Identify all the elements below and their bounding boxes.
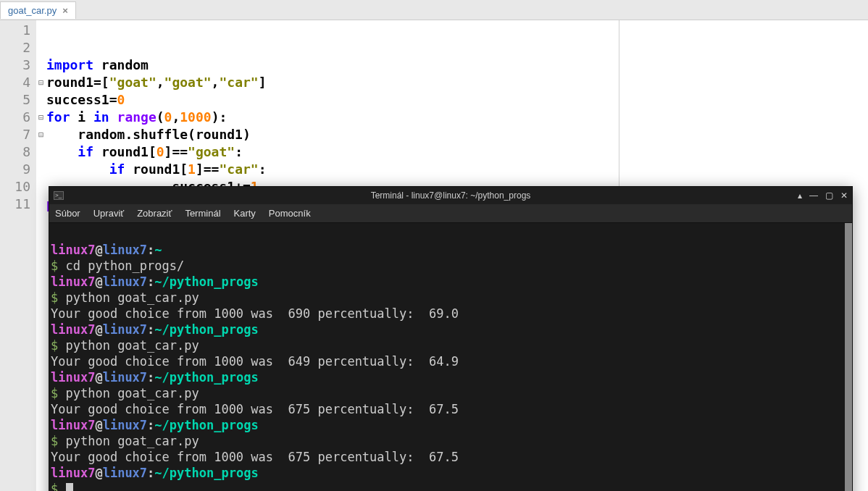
fold-icon[interactable]	[36, 109, 46, 126]
terminal-icon: >_	[54, 191, 64, 200]
fold-column	[36, 20, 46, 491]
command-line: $	[51, 482, 73, 491]
line-number: 1	[0, 22, 30, 39]
line-number: 5	[0, 91, 30, 109]
line-number: 11	[0, 196, 30, 213]
line-number: 7	[0, 126, 30, 143]
command-line: $ python goat_car.py	[51, 338, 199, 353]
line-gutter: 1 2 3 4 5 6 7 8 9 10 11	[0, 20, 36, 491]
window-maximize-icon[interactable]: ▢	[825, 190, 833, 201]
code-line: success1=0	[46, 92, 125, 107]
fold-icon[interactable]	[36, 126, 46, 143]
code-line: round1=["goat","goat","car"]	[46, 75, 266, 90]
prompt-line: linux7@linux7:~	[51, 243, 162, 257]
code-line: if round1[1]=="car":	[46, 161, 266, 177]
output-line: Your good choice from 1000 was 675 perce…	[51, 402, 459, 416]
output-line: Your good choice from 1000 was 649 perce…	[51, 354, 459, 369]
prompt-line: linux7@linux7:~/python_progs	[51, 370, 259, 385]
code-line: for i in range(0,1000):	[46, 109, 227, 125]
command-line: $ python goat_car.py	[51, 290, 199, 305]
menu-karty[interactable]: Karty	[234, 208, 256, 219]
terminal-window: >_ Terminál - linux7@linux7: ~/python_pr…	[49, 186, 853, 491]
command-line: $ cd python_progs/	[51, 259, 184, 273]
fold-icon[interactable]	[36, 74, 46, 91]
menu-pomocnik[interactable]: Pomocník	[269, 208, 311, 219]
terminal-title: Terminál - linux7@linux7: ~/python_progs	[371, 190, 531, 201]
terminal-menubar: Súbor Upraviť Zobraziť Terminál Karty Po…	[49, 204, 852, 223]
output-line: Your good choice from 1000 was 675 perce…	[51, 450, 459, 464]
tab-bar: goat_car.py ×	[0, 0, 868, 20]
line-number: 6	[0, 109, 30, 126]
line-number: 9	[0, 161, 30, 178]
scrollbar[interactable]	[845, 223, 852, 491]
prompt-line: linux7@linux7:~/python_progs	[51, 322, 259, 337]
command-line: $ python goat_car.py	[51, 434, 199, 448]
file-tab[interactable]: goat_car.py ×	[0, 1, 76, 19]
menu-zobrazit[interactable]: Zobraziť	[137, 208, 172, 219]
window-close-icon[interactable]: ✕	[840, 190, 848, 201]
prompt-line: linux7@linux7:~/python_progs	[51, 418, 259, 432]
code-line: random.shuffle(round1)	[46, 127, 251, 142]
line-number: 2	[0, 39, 30, 56]
window-minimize-icon[interactable]: —	[809, 190, 818, 201]
close-icon[interactable]: ×	[62, 5, 68, 16]
menu-terminal[interactable]: Terminál	[185, 208, 220, 219]
window-up-icon[interactable]: ▴	[798, 190, 802, 201]
code-line: if round1[0]=="goat":	[46, 144, 243, 159]
output-line: Your good choice from 1000 was 690 perce…	[51, 306, 459, 321]
menu-subor[interactable]: Súbor	[55, 208, 80, 219]
line-number: 10	[0, 178, 30, 196]
code-line: import random	[46, 57, 149, 72]
line-number: 3	[0, 56, 30, 74]
command-line: $ python goat_car.py	[51, 386, 199, 400]
prompt-line: linux7@linux7:~/python_progs	[51, 274, 259, 289]
tab-filename: goat_car.py	[8, 5, 57, 16]
terminal-titlebar[interactable]: >_ Terminál - linux7@linux7: ~/python_pr…	[49, 187, 852, 204]
line-number: 8	[0, 143, 30, 161]
menu-upravit[interactable]: Upraviť	[93, 208, 124, 219]
line-number: 4	[0, 74, 30, 91]
prompt-line: linux7@linux7:~/python_progs	[51, 466, 259, 480]
window-controls: ▴ — ▢ ✕	[798, 190, 848, 201]
cursor-icon	[66, 483, 73, 491]
terminal-body[interactable]: linux7@linux7:~ $ cd python_progs/ linux…	[49, 223, 852, 491]
